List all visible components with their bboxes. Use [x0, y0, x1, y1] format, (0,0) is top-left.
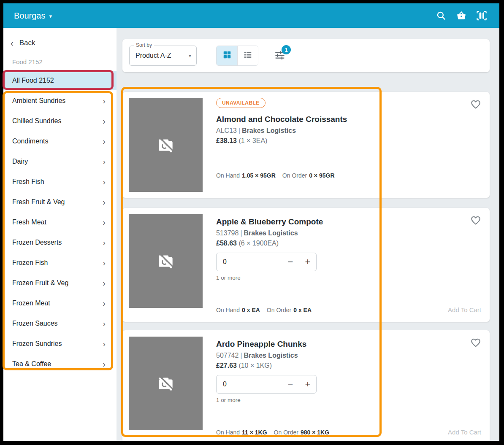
- chevron-right-icon: ›: [103, 157, 106, 167]
- product-price-line: £27.63 (10 × 1KG): [216, 362, 460, 369]
- increase-quantity-button[interactable]: +: [299, 253, 316, 271]
- favorite-heart-icon[interactable]: [469, 214, 482, 227]
- product-pack: (1 × 3EA): [238, 137, 267, 144]
- decrease-quantity-button[interactable]: −: [282, 375, 299, 393]
- add-to-cart-button[interactable]: Add To Cart: [448, 306, 481, 313]
- decrease-quantity-button[interactable]: −: [282, 253, 299, 271]
- chevron-right-icon: ›: [103, 359, 106, 369]
- product-price-line: £38.13 (1 × 3EA): [216, 137, 460, 145]
- favorite-heart-icon[interactable]: [469, 336, 482, 349]
- sidebar-item-frozen-fish[interactable]: Frozen Fish›: [3, 253, 117, 273]
- add-to-cart-button[interactable]: Add To Cart: [448, 429, 481, 436]
- status-badge-unavailable: UNAVAILABLE: [216, 98, 266, 108]
- on-hand-label: On Hand: [216, 307, 240, 313]
- sidebar-item-ambient-sundries[interactable]: Ambient Sundries›: [3, 91, 117, 111]
- on-order-value: 0 × 95GR: [307, 172, 334, 179]
- chevron-right-icon: ›: [103, 339, 106, 349]
- product-code: ALC13: [216, 127, 237, 134]
- product-price-line: £58.63 (6 × 1900EA): [216, 240, 460, 247]
- on-order-value: 0 x EA: [291, 307, 312, 313]
- sidebar-item-fresh-meat[interactable]: Fresh Meat›: [3, 212, 117, 232]
- product-meta: ALC13|Brakes Logistics: [216, 127, 460, 135]
- category-label: Dairy: [12, 158, 28, 165]
- category-label: Frozen Fruit & Veg: [12, 279, 68, 287]
- sidebar-item-fresh-fruit-veg[interactable]: Fresh Fruit & Veg›: [3, 192, 117, 212]
- category-label: Frozen Sauces: [12, 320, 58, 327]
- no-image-icon: [156, 135, 176, 155]
- category-sidebar: ‹ Back Food 2152 All Food 2152 Ambient S…: [3, 28, 117, 441]
- on-hand-value: 0 x EA: [240, 307, 260, 313]
- category-label: Fresh Fish: [12, 178, 44, 186]
- increase-quantity-button[interactable]: +: [299, 375, 316, 393]
- category-label: Chilled Sundries: [12, 117, 62, 125]
- quantity-input[interactable]: [217, 258, 282, 266]
- product-title: Apple & Blueberry Compote: [216, 217, 460, 227]
- on-order-label: On Order: [274, 429, 298, 436]
- sort-label: Sort by: [134, 42, 154, 48]
- quantity-input[interactable]: [217, 380, 282, 388]
- category-label: Tea & Coffee: [12, 360, 51, 368]
- chevron-right-icon: ›: [103, 218, 106, 227]
- favorite-heart-icon[interactable]: [469, 98, 482, 111]
- sidebar-item-condiments[interactable]: Condiments›: [3, 131, 117, 151]
- product-code: 513798: [216, 229, 238, 237]
- sort-value: Product A-Z: [135, 52, 189, 59]
- sidebar-item-frozen-meat[interactable]: Frozen Meat›: [3, 293, 117, 313]
- grid-view-button[interactable]: [217, 46, 237, 65]
- barcode-scan-icon[interactable]: [471, 5, 492, 26]
- meta-divider: |: [238, 352, 244, 359]
- no-image-icon: [156, 374, 176, 393]
- back-label: Back: [19, 39, 35, 47]
- list-view-button[interactable]: [237, 46, 258, 65]
- back-button[interactable]: ‹ Back: [3, 28, 117, 47]
- sidebar-item-frozen-desserts[interactable]: Frozen Desserts›: [3, 232, 117, 253]
- list-toolbar: Sort by Product A-Z ▾: [122, 39, 490, 72]
- product-image-placeholder: [129, 214, 203, 308]
- product-meta: 507742|Brakes Logistics: [216, 352, 460, 359]
- category-label: Frozen Meat: [12, 299, 50, 307]
- product-cards: UNAVAILABLE Almond and Chocolate Croissa…: [122, 92, 490, 441]
- product-price: £27.63: [216, 362, 237, 369]
- sidebar-item-frozen-fruit-veg[interactable]: Frozen Fruit & Veg›: [3, 273, 117, 293]
- product-card: Ardo Pineapple Chunks 507742|Brakes Logi…: [122, 330, 490, 441]
- sidebar-item-chilled-sundries[interactable]: Chilled Sundries›: [3, 111, 117, 131]
- sidebar-item-all-food[interactable]: All Food 2152: [3, 71, 117, 90]
- sidebar-item-fresh-fish[interactable]: Fresh Fish›: [3, 172, 117, 192]
- chevron-right-icon: ›: [103, 96, 106, 106]
- product-code: 507742: [216, 352, 238, 359]
- product-supplier: Brakes Logistics: [244, 352, 298, 359]
- chevron-right-icon: ›: [103, 319, 106, 329]
- basket-icon[interactable]: [451, 5, 471, 26]
- category-label: Fresh Fruit & Veg: [12, 198, 65, 206]
- sidebar-item-dairy[interactable]: Dairy›: [3, 151, 117, 172]
- app-window: Bourgas ▾ ‹ Back: [3, 3, 499, 441]
- sort-select[interactable]: Sort by Product A-Z ▾: [129, 46, 197, 66]
- product-title: Ardo Pineapple Chunks: [216, 340, 460, 349]
- product-card: Apple & Blueberry Compote 513798|Brakes …: [122, 208, 490, 322]
- on-hand-value: 11 × 1KG: [240, 429, 267, 436]
- product-list-area: Sort by Product A-Z ▾: [117, 28, 499, 441]
- filter-button[interactable]: 1: [273, 49, 287, 63]
- location-dropdown[interactable]: Bourgas ▾: [14, 11, 52, 21]
- chevron-right-icon: ›: [103, 197, 106, 207]
- chevron-right-icon: ›: [103, 258, 106, 268]
- category-label: Frozen Fish: [12, 259, 48, 267]
- quantity-stepper: − +: [216, 253, 317, 271]
- category-label: Condiments: [12, 138, 48, 145]
- product-image-placeholder: [129, 98, 203, 192]
- product-price: £38.13: [216, 137, 237, 144]
- sidebar-item-frozen-sauces[interactable]: Frozen Sauces›: [3, 313, 117, 334]
- on-order-label: On Order: [282, 172, 307, 179]
- sidebar-item-frozen-sundries[interactable]: Frozen Sundries›: [3, 334, 117, 354]
- chevron-right-icon: ›: [103, 299, 106, 308]
- on-order-value: 980 × 1KG: [298, 429, 329, 436]
- search-icon[interactable]: [431, 5, 451, 26]
- product-pack: (6 × 1900EA): [238, 240, 279, 247]
- product-title: Almond and Chocolate Croissants: [216, 115, 460, 124]
- minimum-quantity-note: 1 or more: [216, 275, 460, 281]
- list-view-icon: [243, 50, 252, 61]
- minimum-quantity-note: 1 or more: [216, 397, 460, 403]
- sidebar-item-tea-coffee[interactable]: Tea & Coffee›: [3, 354, 117, 374]
- no-image-icon: [156, 251, 176, 271]
- category-label: Fresh Meat: [12, 218, 46, 226]
